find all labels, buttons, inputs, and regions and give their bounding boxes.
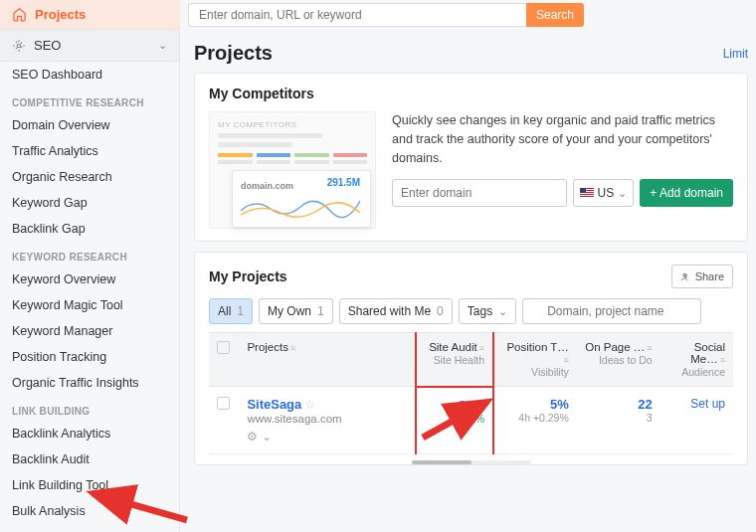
filter-shared[interactable]: Shared with Me0 [339,298,453,324]
star-icon[interactable]: ☆ [304,398,315,412]
projects-nav[interactable]: Projects [0,0,180,30]
sidebar-item[interactable]: Link Building Tool [0,472,179,498]
filter-all[interactable]: All1 [209,298,253,324]
sort-icon: ≡ [720,355,725,365]
competitors-card: My Competitors MY COMPETITORS domain.com… [194,73,748,242]
position-value[interactable]: 5% [502,397,569,412]
sidebar-item[interactable]: Backlink Analytics [0,421,179,446]
svg-point-0 [17,44,21,48]
projects-card: My Projects Share All1 My Own1 Shared wi… [194,252,748,465]
sidebar-seo-header[interactable]: SEO ⌄ [0,30,179,62]
sort-icon: ≡ [647,343,652,353]
projects-label: Projects [35,7,86,22]
project-name-link[interactable]: SiteSaga [247,397,301,412]
share-button[interactable]: Share [671,265,733,288]
sidebar-section: KEYWORD RESEARCH [0,242,179,266]
sidebar-item[interactable]: Keyword Overview [0,266,179,292]
select-all-checkbox[interactable] [217,341,230,354]
sort-icon: ≡ [479,343,484,353]
sidebar-item[interactable]: Position Tracking [0,344,179,370]
sidebar: SEO ⌄ SEO Dashboard COMPETITIVE RESEARCH… [0,30,180,532]
sidebar-item[interactable]: Keyword Gap [0,190,179,216]
country-select[interactable]: US ⌄ [573,179,635,207]
competitor-domain-input[interactable] [392,179,567,207]
home-icon [12,7,27,22]
horizontal-scrollbar[interactable] [412,460,531,464]
sidebar-item[interactable]: SEO Dashboard [0,62,179,88]
competitors-desc: Quickly see changes in key organic and p… [392,111,733,167]
sidebar-item[interactable]: Domain Overview [0,112,179,138]
sort-icon: ≡ [564,355,569,365]
sidebar-item[interactable]: Organic Traffic Insights [0,370,179,396]
chevron-down-icon: ⌄ [498,305,507,318]
search-button[interactable]: Search [526,3,584,27]
limits-link[interactable]: Limit [723,47,748,61]
table-row: SiteSaga☆ www.sitesaga.com ⚙︎ ⌄ 92%+1% 5… [209,387,733,454]
global-search-input[interactable] [188,3,526,27]
social-setup-link[interactable]: Set up [690,397,725,411]
projects-title: My Projects [209,268,287,284]
project-search-input[interactable] [522,298,701,324]
onpage-sub: 3 [585,412,653,424]
sidebar-item[interactable]: Backlink Audit [0,446,179,472]
sidebar-item[interactable]: Keyword Magic Tool [0,292,179,318]
tags-select[interactable]: Tags⌄ [459,298,516,324]
competitors-title: My Competitors [209,86,733,101]
project-url: www.sitesaga.com [247,413,341,425]
sidebar-section: COMPETITIVE RESEARCH [0,88,179,112]
filter-myown[interactable]: My Own1 [259,298,333,324]
row-checkbox[interactable] [217,397,230,410]
site-audit-delta: +1% [425,413,484,425]
position-sub: 4h +0.29% [502,412,569,424]
site-audit-value[interactable]: 92% [425,398,484,413]
seo-label: SEO [34,38,150,53]
gear-icon[interactable]: ⚙︎ ⌄ [247,430,271,443]
share-icon [680,271,691,282]
sidebar-item[interactable]: Organic Research [0,164,179,190]
page-title: Projects [194,42,273,65]
sidebar-item[interactable]: Bulk Analysis [0,498,179,524]
sidebar-item[interactable]: Keyword Manager [0,318,179,344]
sidebar-section: ON PAGE & TECH SEO [0,524,179,532]
sidebar-section: LINK BUILDING [0,396,179,421]
chevron-down-icon: ⌄ [158,39,167,52]
col-position[interactable]: Position T… [506,341,568,353]
add-domain-button[interactable]: + Add domain [640,179,733,207]
projects-table: Projects≡ Site Audit≡Site Health Positio… [209,332,733,454]
col-onpage[interactable]: On Page … [585,341,645,353]
competitors-illustration: MY COMPETITORS domain.com 291.5M [209,111,376,229]
chevron-down-icon: ⌄ [618,187,627,200]
col-projects[interactable]: Projects [247,341,288,353]
col-site-audit[interactable]: Site Audit [429,341,477,353]
sidebar-item[interactable]: Traffic Analytics [0,138,179,164]
seo-icon [12,39,26,53]
sidebar-item[interactable]: Backlink Gap [0,216,179,242]
us-flag-icon [580,188,594,198]
onpage-value[interactable]: 22 [585,397,653,412]
sort-icon: ≡ [290,343,295,353]
